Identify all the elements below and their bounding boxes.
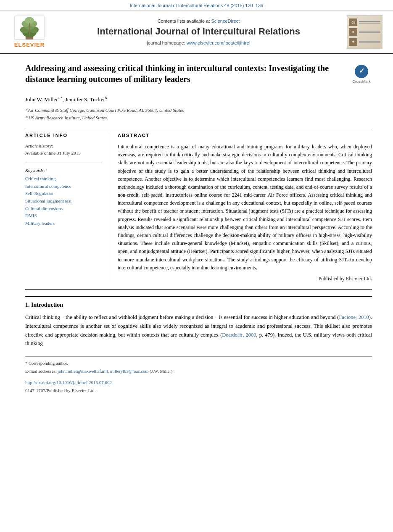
journal-center: Contents lists available at ScienceDirec… [55, 18, 343, 46]
intro-heading: 1. Introduction [25, 301, 372, 309]
keyword-6: DMIS [25, 212, 102, 220]
journal-citation: International Journal of Intercultural R… [130, 3, 263, 8]
logo-symbol-1: ⚖ [349, 18, 357, 26]
keyword-1: Critical thinking [25, 175, 102, 183]
abstract-text: Intercultural competence is a goal of ma… [118, 143, 372, 272]
keyword-4: Situational judgment test [25, 198, 102, 205]
doi-line: http://dx.doi.org/10.1016/j.ijintrel.201… [25, 379, 372, 387]
homepage-url[interactable]: www.elsevier.com/locate/ijintrel [187, 40, 251, 45]
contents-line: Contents lists available at ScienceDirec… [55, 18, 343, 24]
published-by: Published by Elsevier Ltd. [118, 275, 372, 282]
intro-text: Critical thinking – the ability to refle… [25, 313, 372, 348]
article-title-section: Addressing and assessing critical thinki… [25, 63, 372, 89]
abstract-column: ABSTRACT Intercultural competence is a g… [118, 132, 372, 282]
elsevier-logo: ELSEVIER [8, 15, 50, 49]
elsevier-tree-icon [13, 15, 46, 40]
email-footnote: E-mail addresses: john.miller@maxwell.af… [25, 368, 372, 375]
article-title: Addressing and assessing critical thinki… [25, 63, 343, 84]
facione-ref[interactable]: Facione, 2010 [339, 314, 369, 320]
deardorff-ref[interactable]: Deardorff, 2009 [222, 332, 256, 338]
keyword-3: Self-Regulation [25, 190, 102, 198]
issn-line: 0147-1767/Published by Elsevier Ltd. [25, 387, 372, 395]
available-online: Available online 31 July 2015 [25, 150, 81, 155]
email2-link[interactable]: millerj463@mac.com [110, 369, 149, 374]
logo-symbol-2: ♦ [349, 28, 357, 36]
corresponding-author: * Corresponding author. [25, 360, 372, 367]
author1-name: John W. Miller [25, 96, 58, 103]
article-info-column: ARTICLE INFO Article history: Available … [25, 132, 109, 282]
journal-title: International Journal of Intercultural R… [55, 26, 343, 37]
doi-link[interactable]: http://dx.doi.org/10.1016/j.ijintrel.201… [25, 380, 112, 385]
author2-name: Jennifer S. Tucker [65, 96, 105, 103]
history-label: Article history: [25, 143, 102, 149]
logo-symbol-3: ✦ [349, 38, 357, 46]
journal-logo-right: ⚖ ♦ ✦ [347, 15, 385, 49]
journal-homepage: journal homepage: www.elsevier.com/locat… [55, 40, 343, 46]
info-divider [25, 163, 102, 163]
divider-1 [25, 128, 372, 128]
crossmark-icon: ✓ [355, 65, 368, 78]
journal-header: ELSEVIER Contents lists available at Sci… [0, 11, 393, 54]
article-info-heading: ARTICLE INFO [25, 132, 102, 139]
crossmark-label: CrossMark [352, 79, 371, 84]
abstract-heading: ABSTRACT [118, 132, 372, 139]
introduction-section: 1. Introduction Critical thinking – the … [25, 296, 372, 348]
keyword-7: Military leaders [25, 220, 102, 227]
authors-line: John W. Millera,*, Jennifer S. Tuckerb [25, 95, 372, 104]
footnote-area: * Corresponding author. E-mail addresses… [25, 356, 372, 375]
keywords-label: Keywords: [25, 167, 102, 174]
elsevier-wordmark: ELSEVIER [14, 41, 45, 49]
author2-sup: b [105, 96, 107, 100]
affiliation-a: ᵃ Air Command & Staff College, Gunnison … [25, 107, 372, 114]
crossmark-badge: ✓ CrossMark [351, 65, 372, 84]
sciencedirect-link[interactable]: ScienceDirect [211, 18, 240, 24]
email1-link[interactable]: john.miller@maxwell.af.mil [58, 369, 108, 374]
keyword-2: Intercultural competence [25, 183, 102, 190]
article-history: Article history: Available online 31 Jul… [25, 143, 102, 157]
affiliation-b: ᵇ US Army Research Institute, United Sta… [25, 114, 372, 122]
journal-logo-image: ⚖ ♦ ✦ [347, 15, 382, 49]
affiliations: ᵃ Air Command & Staff College, Gunnison … [25, 107, 372, 121]
article-info-abstract: ARTICLE INFO Article history: Available … [25, 132, 372, 282]
top-bar: International Journal of Intercultural R… [0, 0, 393, 11]
author1-sup: a,* [58, 96, 63, 100]
main-content: Addressing and assessing critical thinki… [0, 54, 393, 403]
keyword-5: Cultural dimensions [25, 205, 102, 213]
divider-2 [25, 289, 372, 290]
keywords-section: Keywords: Critical thinking Intercultura… [25, 167, 102, 227]
